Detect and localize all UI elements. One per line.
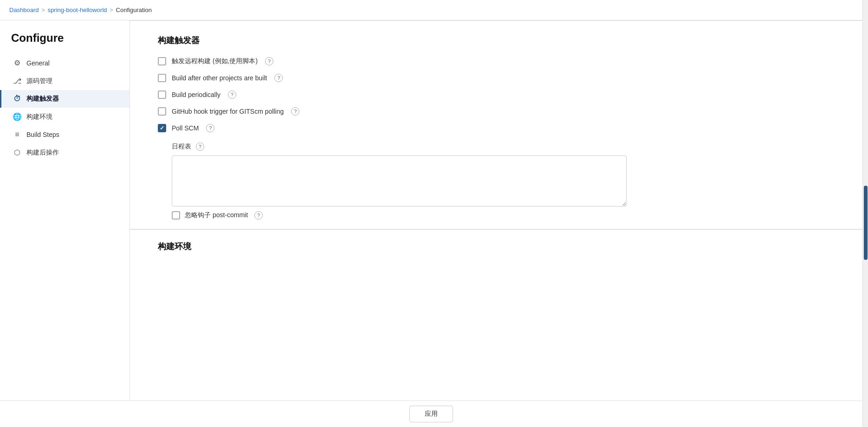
schedule-label-row: 日程表 ?	[172, 142, 840, 151]
remote-trigger-label: 触发远程构建 (例如,使用脚本)	[172, 57, 258, 65]
list-icon: ≡	[13, 130, 22, 139]
poll-scm-sub: 日程表 ? 忽略钩子 post-commit ?	[172, 142, 840, 220]
build-triggers-title: 构建触发器	[158, 35, 840, 46]
trigger-item-poll-scm: Poll SCM ?	[158, 124, 840, 132]
breadcrumb: Dashboard > spring-boot-helloworld > Con…	[0, 0, 868, 20]
periodically-help[interactable]: ?	[228, 91, 236, 99]
poll-scm-label: Poll SCM	[172, 124, 199, 132]
ignore-post-commit-help[interactable]: ?	[254, 211, 263, 220]
schedule-help[interactable]: ?	[196, 142, 204, 151]
poll-scm-help[interactable]: ?	[206, 124, 214, 132]
after-projects-label: Build after other projects are built	[172, 74, 267, 82]
trigger-item-github-hook: GitHub hook trigger for GITScm polling ?	[158, 107, 840, 116]
github-hook-help[interactable]: ?	[291, 107, 299, 116]
trigger-item-remote: 触发远程构建 (例如,使用脚本) ?	[158, 57, 840, 65]
build-env-title: 构建环境	[158, 241, 840, 252]
breadcrumb-project[interactable]: spring-boot-helloworld	[48, 6, 107, 13]
breadcrumb-sep-2: >	[110, 7, 113, 13]
build-env-section: 构建环境	[130, 229, 868, 263]
sidebar-item-env-label: 构建环境	[26, 113, 52, 121]
sidebar-item-build-triggers[interactable]: ⏱ 构建触发器	[0, 90, 130, 108]
trigger-item-after-projects: Build after other projects are built ?	[158, 74, 840, 82]
sidebar-item-source-label: 源码管理	[26, 77, 52, 85]
sidebar-item-post-label: 构建后操作	[26, 149, 59, 157]
sidebar-item-post-build[interactable]: ⬡ 构建后操作	[0, 143, 130, 162]
github-hook-label: GitHub hook trigger for GITScm polling	[172, 108, 284, 115]
breadcrumb-sep-1: >	[42, 7, 45, 13]
apply-bar: 应用	[0, 401, 862, 427]
cube-icon: ⬡	[13, 148, 22, 157]
github-hook-checkbox[interactable]	[158, 107, 166, 116]
sidebar-item-build-steps[interactable]: ≡ Build Steps	[0, 126, 130, 143]
poll-scm-checkbox[interactable]	[158, 124, 166, 132]
ignore-post-commit-checkbox[interactable]	[172, 211, 180, 220]
sidebar-title: Configure	[0, 32, 130, 54]
sidebar-item-build-env[interactable]: 🌐 构建环境	[0, 108, 130, 126]
trigger-item-periodically: Build periodically ?	[158, 91, 840, 99]
sidebar: Configure ⚙ General ⎇ 源码管理 ⏱ 构建触发器 🌐 构建环…	[0, 20, 130, 427]
remote-trigger-checkbox[interactable]	[158, 57, 166, 65]
branch-icon: ⎇	[13, 77, 22, 85]
build-triggers-section: 构建触发器 触发远程构建 (例如,使用脚本) ? Build after oth…	[130, 21, 868, 229]
breadcrumb-dashboard[interactable]: Dashboard	[9, 6, 39, 13]
schedule-textarea[interactable]	[172, 155, 627, 207]
periodically-checkbox[interactable]	[158, 91, 166, 99]
ignore-post-commit-item: 忽略钩子 post-commit ?	[172, 211, 840, 220]
breadcrumb-current: Configuration	[116, 6, 152, 13]
sidebar-item-steps-label: Build Steps	[26, 131, 59, 138]
sidebar-item-source-mgmt[interactable]: ⎇ 源码管理	[0, 72, 130, 90]
sidebar-item-triggers-label: 构建触发器	[26, 95, 59, 103]
ignore-post-commit-label: 忽略钩子 post-commit	[185, 211, 248, 220]
clock-icon: ⏱	[13, 95, 22, 103]
periodically-label: Build periodically	[172, 91, 220, 98]
after-projects-checkbox[interactable]	[158, 74, 166, 82]
globe-icon: 🌐	[13, 112, 22, 121]
sidebar-item-general[interactable]: ⚙ General	[0, 54, 130, 72]
after-projects-help[interactable]: ?	[274, 74, 283, 82]
scrollbar[interactable]	[862, 0, 868, 427]
content-area: 构建触发器 触发远程构建 (例如,使用脚本) ? Build after oth…	[130, 20, 868, 427]
trigger-list: 触发远程构建 (例如,使用脚本) ? Build after other pro…	[158, 57, 840, 220]
remote-trigger-help[interactable]: ?	[265, 57, 273, 65]
scrollbar-thumb[interactable]	[864, 186, 868, 260]
apply-button[interactable]: 应用	[409, 406, 453, 422]
schedule-label-text: 日程表	[172, 142, 191, 151]
sidebar-item-general-label: General	[26, 59, 50, 67]
gear-icon: ⚙	[13, 58, 22, 67]
